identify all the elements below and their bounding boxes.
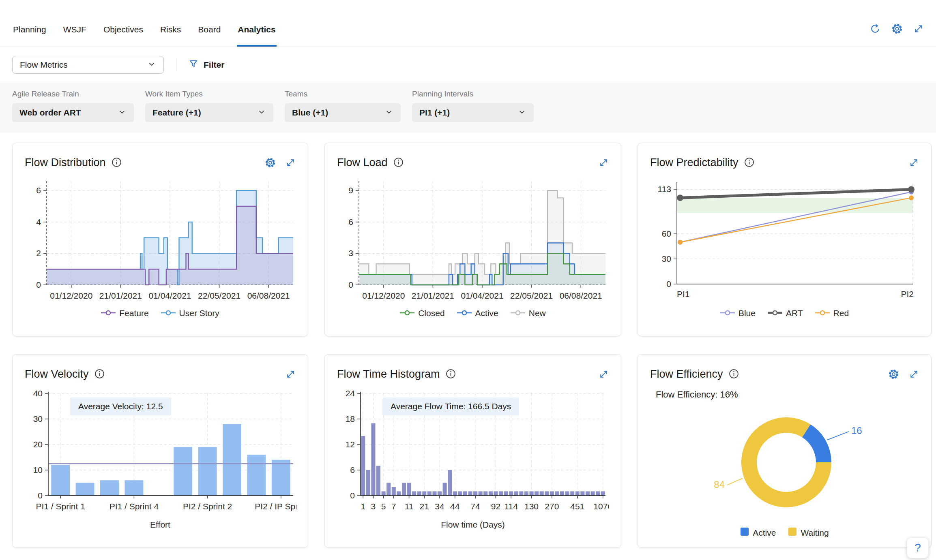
metric-select[interactable]: Flow Metrics: [12, 56, 164, 74]
average-velocity-note: Average Velocity: 12.5: [70, 398, 171, 415]
svg-text:92: 92: [491, 502, 500, 511]
tab-objectives[interactable]: Objectives: [103, 25, 144, 47]
legend-item-active[interactable]: Active: [740, 527, 776, 538]
average-flow-time-note: Average Flow Time: 166.5 Days: [382, 398, 519, 415]
svg-text:3: 3: [371, 502, 376, 511]
info-icon[interactable]: [446, 369, 456, 380]
expand-icon[interactable]: [599, 158, 609, 168]
expand-icon[interactable]: [286, 369, 296, 379]
settings-icon[interactable]: [891, 23, 903, 34]
expand-icon[interactable]: [909, 158, 919, 168]
flow-velocity-chart: Average Velocity: 12.5 010203040PI1 / Sp…: [25, 388, 296, 517]
info-icon[interactable]: [112, 157, 122, 169]
refresh-icon[interactable]: [869, 23, 881, 34]
info-icon[interactable]: [393, 157, 404, 169]
card-title: Flow Distribution: [25, 156, 106, 169]
info-icon[interactable]: [94, 369, 105, 380]
tab-planning[interactable]: Planning: [12, 25, 47, 47]
svg-text:2: 2: [36, 248, 41, 258]
filter-dropdown-teams[interactable]: Blue (+1): [285, 103, 401, 122]
chevron-down-icon: [118, 107, 127, 118]
settings-icon[interactable]: [888, 369, 899, 380]
expand-icon[interactable]: [286, 158, 296, 168]
svg-text:0: 0: [350, 491, 355, 500]
filter-dropdown-work-item-types[interactable]: Feature (+1): [145, 103, 273, 122]
card-title: Flow Predictability: [650, 156, 738, 169]
filter-dropdown-value: Web order ART: [19, 108, 81, 118]
legend-label: Feature: [119, 308, 148, 318]
svg-text:01/12/2020: 01/12/2020: [50, 291, 92, 300]
filter-button[interactable]: Filter: [189, 59, 224, 71]
svg-text:74: 74: [470, 502, 480, 511]
legend-label: ART: [786, 308, 803, 318]
svg-text:130: 130: [524, 502, 539, 511]
svg-text:16: 16: [851, 425, 862, 436]
svg-text:11: 11: [405, 502, 414, 511]
svg-text:4: 4: [36, 217, 41, 227]
svg-text:21/01/2021: 21/01/2021: [99, 291, 142, 300]
legend-label: Active: [753, 528, 776, 538]
settings-icon[interactable]: [265, 157, 276, 168]
legend-item-waiting[interactable]: Waiting: [788, 527, 829, 538]
filter-group-agile-release-train: Agile Release TrainWeb order ART: [12, 90, 134, 122]
flow-time-histogram-xlabel: Flow time (Days): [337, 520, 609, 530]
filter-dropdown-value: Blue (+1): [292, 108, 328, 118]
svg-text:9: 9: [348, 186, 353, 195]
svg-text:270: 270: [545, 502, 559, 511]
legend-item-art[interactable]: ART: [768, 308, 803, 318]
svg-text:30: 30: [33, 414, 43, 423]
expand-icon[interactable]: [913, 24, 924, 34]
svg-text:6: 6: [36, 186, 41, 195]
svg-text:20: 20: [33, 440, 43, 449]
legend-marker: [768, 308, 782, 318]
filter-button-label: Filter: [204, 60, 224, 70]
legend-label: Active: [475, 308, 498, 318]
card-flow-time-histogram: Flow Time Histogram Average Flow Time: 1…: [324, 354, 621, 548]
filter-label: Planning Intervals: [412, 90, 534, 98]
legend-item-feature[interactable]: Feature: [101, 308, 148, 318]
flow-load-chart: 036901/12/202021/01/202101/04/202122/05/…: [337, 176, 609, 306]
legend-marker: [815, 308, 830, 318]
filter-dropdown-value: Feature (+1): [152, 108, 201, 118]
svg-text:0: 0: [38, 491, 43, 500]
filter-dropdown-planning-intervals[interactable]: PI1 (+1): [412, 103, 534, 122]
svg-text:01/12/2020: 01/12/2020: [362, 291, 405, 300]
tab-wsjf[interactable]: WSJF: [62, 25, 87, 47]
legend-item-red[interactable]: Red: [815, 308, 849, 318]
tab-analytics[interactable]: Analytics: [237, 25, 276, 47]
filter-label: Work Item Types: [145, 90, 273, 98]
legend-item-active[interactable]: Active: [457, 308, 498, 318]
svg-text:PI1: PI1: [677, 289, 690, 299]
card-flow-distribution: Flow Distribution 024601/12/202021/01/20…: [12, 143, 308, 336]
svg-text:30: 30: [662, 254, 671, 263]
legend-label: Closed: [418, 308, 444, 318]
card-title: Flow Time Histogram: [337, 368, 440, 380]
svg-text:21: 21: [420, 502, 429, 511]
tab-board[interactable]: Board: [197, 25, 221, 47]
filter-group-planning-intervals: Planning IntervalsPI1 (+1): [412, 90, 534, 122]
svg-text:PI2 / IP Sprint: PI2 / IP Sprint: [255, 502, 296, 511]
info-icon[interactable]: [744, 157, 754, 169]
expand-icon[interactable]: [599, 369, 609, 379]
svg-text:34: 34: [435, 502, 444, 511]
help-button[interactable]: ?: [907, 537, 929, 558]
legend-item-closed[interactable]: Closed: [400, 308, 444, 318]
legend-label: Waiting: [801, 528, 829, 538]
legend-marker: [788, 527, 797, 538]
legend-item-blue[interactable]: Blue: [720, 308, 756, 318]
tab-risks[interactable]: Risks: [159, 25, 182, 47]
expand-icon[interactable]: [909, 369, 919, 379]
legend-item-user-story[interactable]: User Story: [161, 308, 219, 318]
svg-text:60: 60: [662, 229, 671, 238]
svg-text:40: 40: [33, 389, 43, 398]
filter-dropdown-agile-release-train[interactable]: Web order ART: [12, 103, 134, 122]
filter-group-work-item-types: Work Item TypesFeature (+1): [145, 90, 273, 122]
legend-item-new[interactable]: New: [511, 308, 546, 318]
svg-text:PI1 / Sprint 1: PI1 / Sprint 1: [36, 502, 85, 511]
divider: [176, 58, 176, 71]
legend-marker: [161, 308, 176, 318]
info-icon[interactable]: [729, 369, 739, 380]
svg-text:PI2: PI2: [901, 289, 914, 299]
svg-text:0: 0: [348, 280, 353, 289]
card-flow-predictability: Flow Predictability 03060113PI1PI2 BlueA…: [638, 143, 932, 336]
